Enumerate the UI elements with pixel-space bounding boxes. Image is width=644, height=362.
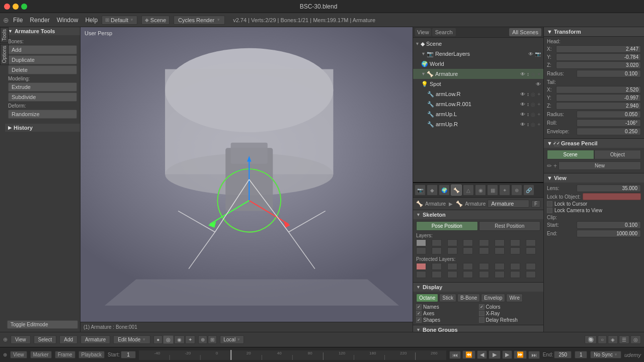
current-frame-val[interactable]: 1 xyxy=(575,351,587,358)
armupl-eye[interactable]: 👁 xyxy=(520,112,526,117)
manip-btn[interactable]: ⊞ xyxy=(208,335,217,344)
scene-selector[interactable]: ◆ Scene xyxy=(141,16,170,25)
prot-layer-10[interactable] xyxy=(447,271,457,278)
gp-object-tab[interactable]: Object xyxy=(594,150,641,159)
edit-mode-selector[interactable]: Edit Mode ▼ xyxy=(113,335,150,344)
renderlayers-vis-cam[interactable]: 📷 xyxy=(534,51,541,57)
solid-shade-btn[interactable]: ● xyxy=(153,335,163,344)
prot-layer-8[interactable] xyxy=(416,271,426,278)
all-scenes-btn[interactable]: All Scenes xyxy=(509,28,541,36)
texture-props-btn[interactable]: ▦ xyxy=(487,185,498,196)
roll-val[interactable]: -106° xyxy=(577,119,641,127)
prot-layer-2[interactable] xyxy=(447,263,457,270)
layer-3[interactable] xyxy=(463,239,473,246)
colors-checkbox[interactable] xyxy=(479,304,485,310)
armupr-sel[interactable]: ↕ xyxy=(526,122,530,127)
octane-tab[interactable]: Octane xyxy=(416,294,438,302)
onion-btn[interactable]: ◈ xyxy=(608,335,618,344)
renderlayers-vis-eye[interactable]: 👁 xyxy=(528,51,534,57)
delay-checkbox[interactable] xyxy=(479,317,485,323)
subdivide-btn[interactable]: Subdivide xyxy=(8,93,77,102)
minimize-btn[interactable] xyxy=(13,4,19,10)
armupl-lock[interactable]: ✦ xyxy=(536,112,541,117)
skeleton-header[interactable]: ▼ Skeleton xyxy=(413,210,543,219)
render-btn2[interactable]: ◎ xyxy=(630,335,641,344)
layer-9[interactable] xyxy=(432,247,442,254)
add-bone-btn[interactable]: Add xyxy=(8,45,77,54)
clip-start-val[interactable]: 0.100 xyxy=(577,221,641,229)
tail-x-val[interactable]: 2.520 xyxy=(556,86,641,94)
gp-checkbox[interactable]: ✓ xyxy=(554,141,559,146)
prot-layer-13[interactable] xyxy=(495,271,505,278)
wire-tab[interactable]: Wire xyxy=(506,294,523,302)
armlowr-item[interactable]: 🔧 armLow.R 👁 ↕ ◎ ✦ xyxy=(413,89,543,99)
render-shade-btn[interactable]: ✦ xyxy=(185,335,195,344)
render-props-btn[interactable]: 📷 xyxy=(415,185,426,196)
prot-layer-14[interactable] xyxy=(510,271,520,278)
lock-camera-checkbox[interactable] xyxy=(547,208,552,213)
start-frame-val[interactable]: 1 xyxy=(121,351,136,358)
timeline-frame-btn[interactable]: Frame xyxy=(55,351,75,358)
stick-tab[interactable]: Stick xyxy=(439,294,456,302)
timeline-view-btn[interactable]: View xyxy=(10,351,27,358)
armlowr-sel[interactable]: ↕ xyxy=(526,92,530,97)
material-props-btn[interactable]: ◉ xyxy=(475,185,486,196)
names-checkbox[interactable] xyxy=(416,304,422,310)
timeline-icon[interactable]: ⊕ xyxy=(3,352,7,357)
renderlayers-arrow[interactable]: ▼ xyxy=(421,51,426,56)
toggle-editmode-btn[interactable]: Toggle Editmode xyxy=(7,320,78,329)
play-btn[interactable]: ▶ xyxy=(489,350,501,359)
next-keyframe-btn[interactable]: ▶ xyxy=(502,350,512,359)
envelope-val[interactable]: 0.250 xyxy=(577,128,641,135)
armupr-eye[interactable]: 👁 xyxy=(520,122,526,127)
physics-props-btn[interactable]: ⊕ xyxy=(511,185,522,196)
prot-layer-12[interactable] xyxy=(479,271,489,278)
pivot-btn[interactable]: ⊕ xyxy=(198,335,207,344)
prot-layer-0[interactable] xyxy=(416,263,426,270)
head-z-val[interactable]: 3.020 xyxy=(556,61,641,69)
armupr-item[interactable]: 🔧 armUp.R 👁 ↕ ◎ ✦ xyxy=(413,119,543,129)
armature-tools-header[interactable]: ▼ Armature Tools xyxy=(5,27,80,35)
tail-y-val[interactable]: -0.997 xyxy=(556,94,641,102)
delete-bone-btn[interactable]: Delete xyxy=(8,65,77,74)
arm-f-btn[interactable]: F xyxy=(531,200,540,208)
arm-sel[interactable]: ↕ xyxy=(526,71,530,77)
envelop-tab[interactable]: Envelop xyxy=(481,294,505,302)
constraints-props-btn[interactable]: 🔗 xyxy=(523,185,534,196)
armupr-lock[interactable]: ✦ xyxy=(536,122,541,127)
blender-icon[interactable]: ⊕ xyxy=(3,16,9,24)
head-x-val[interactable]: 2.447 xyxy=(556,45,641,53)
armupl-ren[interactable]: ◎ xyxy=(530,112,536,117)
menu-window[interactable]: Window xyxy=(57,17,78,24)
armupl-item[interactable]: 🔧 armUp.L 👁 ↕ ◎ ✦ xyxy=(413,109,543,119)
tail-radius-val[interactable]: 0.050 xyxy=(577,111,641,118)
side-tab-tools[interactable]: Tools xyxy=(0,27,9,43)
layer-4[interactable] xyxy=(479,239,489,246)
layer-12[interactable] xyxy=(479,247,489,254)
particles-props-btn[interactable]: ✦ xyxy=(499,185,510,196)
armlowr001-lock[interactable]: ✦ xyxy=(536,102,541,107)
prot-layer-3[interactable] xyxy=(463,263,473,270)
layer-15[interactable] xyxy=(526,247,536,254)
prev-keyframe-btn[interactable]: ◀ xyxy=(477,350,487,359)
prot-layer-1[interactable] xyxy=(432,263,442,270)
history-header[interactable]: ▶ History xyxy=(5,124,80,132)
lens-val[interactable]: 35.000 xyxy=(577,185,641,192)
render-layers-item[interactable]: ▼ 📷 RenderLayers 👁 📷 xyxy=(413,49,543,59)
layer-11[interactable] xyxy=(463,247,473,254)
prev-frame-btn[interactable]: ⏪ xyxy=(462,350,475,359)
arm-eye[interactable]: 👁 xyxy=(520,71,526,77)
go-start-btn[interactable]: ⏮ xyxy=(449,351,461,359)
armlowr-lock[interactable]: ✦ xyxy=(536,92,541,97)
outliner-search-btn[interactable]: Search xyxy=(432,28,456,36)
mesh-props-btn[interactable]: △ xyxy=(463,185,474,196)
armupl-sel[interactable]: ↕ xyxy=(526,112,530,117)
arm-ren[interactable]: ◎ xyxy=(530,71,536,77)
view-btn[interactable]: View xyxy=(11,335,31,344)
view-header[interactable]: ▼ View xyxy=(544,173,644,183)
layer-2[interactable] xyxy=(447,239,457,246)
layer-1[interactable] xyxy=(432,239,442,246)
layer-10[interactable] xyxy=(447,247,457,254)
layer-14[interactable] xyxy=(510,247,520,254)
prot-layer-15[interactable] xyxy=(526,271,536,278)
